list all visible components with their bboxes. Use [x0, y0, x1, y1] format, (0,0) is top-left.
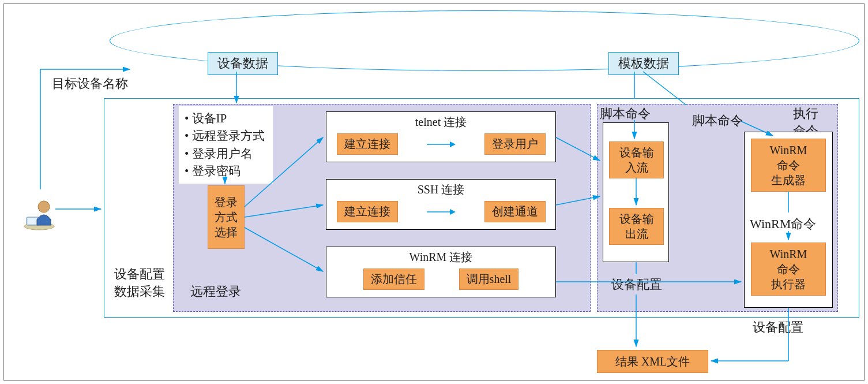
script-command-label-1: 脚本命令 — [600, 105, 651, 122]
device-attr-list: 设备IP 远程登录方式 登录用户名 登录密码 — [179, 106, 273, 184]
login-user: 登录用户 — [484, 133, 546, 155]
establish-connection: 建立连接 — [337, 201, 398, 222]
label-line: 设备输 — [619, 211, 654, 226]
user-icon — [23, 191, 55, 231]
device-config-label-1: 设备配置 — [611, 276, 662, 293]
label-line: 入流 — [625, 160, 648, 175]
label-line: 出流 — [625, 226, 648, 241]
device-data-tag: 设备数据 — [208, 52, 278, 75]
device-config-label-2: 设备配置 — [753, 319, 803, 336]
create-channel: 创建通道 — [484, 201, 546, 222]
label-line: 方式 — [215, 210, 238, 225]
svg-marker-5 — [450, 141, 456, 147]
label-line: 命令 — [777, 262, 800, 277]
group-title: WinRM 连接 — [326, 247, 555, 269]
attr-item: 设备IP — [185, 110, 265, 127]
device-config-collection-label: 设备配置 数据采集 — [114, 266, 165, 300]
add-trust: 添加信任 — [363, 269, 424, 290]
winrm-command-label: WinRM命令 — [750, 215, 816, 233]
svg-rect-2 — [28, 218, 38, 224]
svg-point-3 — [38, 201, 50, 212]
label-line: 选择 — [215, 225, 238, 240]
device-output-stream: 设备输 出流 — [609, 208, 664, 245]
label-line: 结果 XML文件 — [615, 354, 690, 369]
invoke-shell: 调用shell — [459, 269, 519, 290]
label-line: 执行 — [793, 106, 818, 121]
winrm-command-generator: WinRM 命令 生成器 — [751, 139, 826, 192]
arrow-icon — [427, 206, 456, 218]
attr-item: 登录用户名 — [185, 145, 265, 162]
attr-item: 登录密码 — [185, 162, 265, 180]
result-xml-file: 结果 XML文件 — [597, 350, 708, 373]
label-line: 设备输 — [619, 145, 654, 160]
script-command-label-2: 脚本命令 — [692, 112, 743, 129]
label-line: WinRM — [770, 247, 807, 262]
label-line: 数据采集 — [114, 284, 165, 299]
label-line: 执行器 — [771, 277, 806, 292]
telnet-group: telnet 连接 建立连接 登录用户 — [326, 111, 556, 162]
arrow-icon — [427, 139, 456, 150]
winrm-command-executor: WinRM 命令 执行器 — [751, 243, 826, 296]
remote-login-label: 远程登录 — [190, 283, 241, 300]
device-input-stream: 设备输 入流 — [609, 141, 664, 178]
label-line: 登录 — [215, 195, 238, 210]
group-title: SSH 连接 — [326, 180, 555, 201]
group-title: telnet 连接 — [326, 112, 555, 133]
svg-marker-7 — [450, 209, 456, 215]
ssh-group: SSH 连接 建立连接 创建通道 — [326, 179, 556, 230]
label-line: 命令 — [777, 158, 800, 173]
establish-connection: 建立连接 — [337, 133, 398, 155]
label-line: 设备配置 — [114, 267, 165, 281]
login-method-select: 登录 方式 选择 — [208, 185, 245, 249]
attr-item: 远程登录方式 — [185, 127, 265, 144]
target-device-name-label: 目标设备名称 — [52, 75, 128, 92]
template-data-tag: 模板数据 — [608, 52, 679, 75]
winrm-group: WinRM 连接 添加信任 调用shell — [326, 247, 556, 297]
label-line: 生成器 — [771, 173, 806, 188]
label-line: WinRM — [770, 143, 807, 158]
